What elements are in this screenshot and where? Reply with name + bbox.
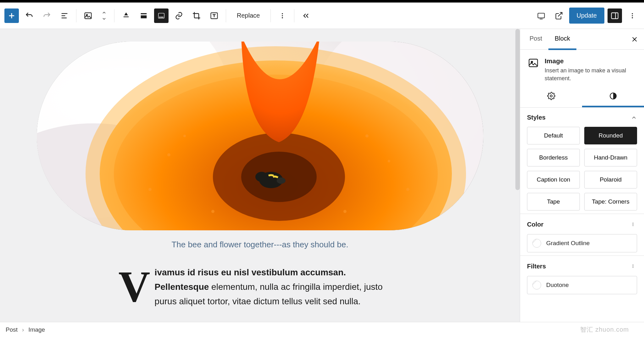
color-gradient-outline-row[interactable]: Gradient Outline — [527, 234, 637, 252]
svg-point-25 — [632, 17, 633, 18]
toolbar-separator — [76, 9, 76, 22]
svg-rect-8 — [141, 13, 147, 14]
image-content — [37, 42, 483, 230]
svg-point-38 — [183, 135, 186, 137]
caption-toggle-button[interactable] — [154, 8, 169, 23]
link-button[interactable] — [172, 8, 186, 23]
tab-post[interactable]: Post — [523, 29, 548, 50]
style-option-tape[interactable]: Tape — [527, 193, 580, 211]
style-option-rounded[interactable]: Rounded — [584, 127, 637, 144]
watermark-text: 智汇 zhuon.com — [580, 325, 638, 334]
move-block-buttons[interactable] — [98, 10, 110, 21]
more-vertical-icon — [631, 221, 635, 227]
tab-block[interactable]: Block — [548, 29, 576, 50]
svg-point-42 — [211, 210, 214, 213]
svg-rect-9 — [141, 15, 147, 18]
svg-point-17 — [282, 17, 283, 18]
sidebar-tabs: Post Block — [520, 29, 644, 50]
toolbar-left-cluster: Replace — [4, 8, 313, 23]
styles-heading: Styles — [527, 114, 546, 121]
options-menu-button[interactable] — [625, 8, 640, 23]
svg-point-11 — [159, 17, 160, 17]
style-option-polaroid[interactable]: Polaroid — [584, 171, 637, 188]
crop-button[interactable] — [189, 8, 204, 23]
svg-point-24 — [632, 15, 633, 16]
svg-point-53 — [633, 225, 633, 226]
align-full-button[interactable] — [136, 8, 151, 23]
update-button[interactable]: Update — [569, 8, 605, 24]
main-area: The bee and flower together---as they sh… — [0, 29, 644, 322]
style-option-tape-corners[interactable]: Tape: Corners — [584, 193, 637, 211]
breadcrumb-root[interactable]: Post — [6, 326, 18, 333]
svg-point-52 — [633, 224, 633, 225]
subtab-settings[interactable] — [520, 86, 582, 107]
close-icon — [631, 36, 638, 43]
toolbar-right-cluster: Update — [534, 8, 640, 24]
svg-point-15 — [282, 13, 283, 14]
toolbar-separator — [270, 9, 271, 22]
editor-canvas-wrap: The bee and flower together---as they sh… — [0, 29, 520, 322]
block-title: Image — [545, 57, 636, 65]
chevron-right-icon: › — [22, 326, 24, 333]
svg-point-13 — [163, 17, 163, 17]
svg-point-39 — [365, 134, 369, 138]
image-block-icon[interactable] — [81, 8, 95, 23]
redo-button[interactable] — [40, 8, 54, 23]
open-preview-button[interactable] — [552, 8, 566, 23]
close-sidebar-button[interactable] — [628, 33, 641, 46]
paragraph-block[interactable]: V ivamus id risus eu nisl vestibulum acc… — [119, 265, 402, 309]
svg-point-35 — [255, 172, 268, 182]
filters-item-label: Duotone — [546, 282, 569, 289]
svg-rect-21 — [612, 13, 618, 19]
color-heading: Color — [527, 221, 543, 228]
style-option-borderless[interactable]: Borderless — [527, 149, 580, 166]
dropcap: V — [119, 265, 155, 305]
image-caption[interactable]: The bee and flower together---as they sh… — [34, 240, 486, 250]
style-option-caption-icon[interactable]: Caption Icon — [527, 171, 580, 188]
chevron-up-icon — [631, 115, 637, 121]
svg-line-20 — [558, 12, 562, 16]
swatch-empty-icon — [532, 281, 541, 289]
view-button[interactable] — [534, 8, 548, 23]
toolbar-separator — [226, 9, 226, 22]
scrollbar[interactable] — [515, 29, 520, 190]
svg-point-44 — [406, 188, 409, 191]
svg-point-16 — [282, 15, 283, 16]
filters-duotone-row[interactable]: Duotone — [527, 276, 637, 294]
more-options-button[interactable] — [275, 8, 290, 23]
inspector-subtabs — [520, 86, 644, 108]
block-card: Image Insert an image to make a visual s… — [520, 50, 644, 86]
text-overlay-button[interactable] — [207, 8, 221, 23]
add-block-button[interactable] — [4, 8, 19, 23]
contrast-icon — [609, 92, 617, 100]
document-overview-button[interactable] — [57, 8, 72, 23]
more-vertical-icon — [631, 263, 635, 269]
settings-sidebar: Post Block Image Insert an image to make… — [520, 29, 644, 322]
filters-heading-row: Filters — [527, 262, 637, 270]
breadcrumb-footer: Post › Image 智汇 zhuon.com — [0, 322, 644, 337]
color-more-button[interactable] — [629, 220, 637, 228]
style-option-hand-drawn[interactable]: Hand-Drawn — [584, 149, 637, 166]
svg-rect-5 — [85, 13, 92, 19]
svg-rect-18 — [538, 13, 544, 18]
swatch-empty-icon — [532, 239, 541, 248]
styles-heading-row[interactable]: Styles — [527, 114, 637, 121]
gear-icon — [547, 92, 555, 100]
image-block[interactable] — [37, 42, 483, 230]
undo-button[interactable] — [22, 8, 36, 23]
svg-point-51 — [633, 223, 633, 223]
block-description: Insert an image to make a visual stateme… — [545, 67, 636, 82]
editor-canvas[interactable]: The bee and flower together---as they sh… — [15, 29, 505, 322]
style-options-grid: DefaultRoundedBorderlessHand-DrawnCaptio… — [527, 127, 637, 211]
breadcrumb-leaf[interactable]: Image — [28, 326, 45, 333]
filters-more-button[interactable] — [629, 262, 637, 270]
image-icon — [528, 57, 539, 69]
settings-sidebar-toggle[interactable] — [608, 8, 622, 23]
collapse-toolbar-button[interactable] — [299, 8, 313, 23]
align-button[interactable] — [119, 8, 133, 23]
color-heading-row: Color — [527, 220, 637, 228]
style-option-default[interactable]: Default — [527, 127, 580, 144]
filters-heading: Filters — [527, 263, 546, 270]
replace-button[interactable]: Replace — [230, 8, 266, 23]
subtab-styles[interactable] — [582, 86, 644, 107]
